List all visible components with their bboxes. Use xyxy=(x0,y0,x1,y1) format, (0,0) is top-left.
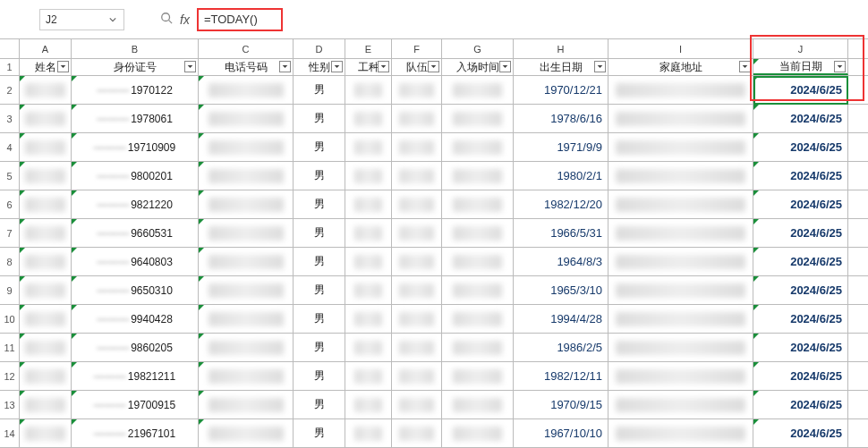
cell-name[interactable] xyxy=(20,76,72,104)
row-number[interactable]: 2 xyxy=(0,76,20,104)
row-number[interactable]: 4 xyxy=(0,133,20,161)
cell-worktype[interactable] xyxy=(345,391,392,418)
cell-gender[interactable]: 男 xyxy=(294,334,345,361)
cell-entrytime[interactable] xyxy=(442,334,514,361)
cell-phone[interactable] xyxy=(199,76,294,104)
filter-icon[interactable] xyxy=(499,61,511,72)
cell-address[interactable] xyxy=(608,248,753,275)
filter-icon[interactable] xyxy=(428,61,439,72)
cell-birthdate[interactable]: 1982/12/11 xyxy=(514,362,608,390)
cell-address[interactable] xyxy=(608,105,753,132)
cell-today[interactable]: 2024/6/25 xyxy=(753,391,848,418)
cell-team[interactable] xyxy=(392,162,442,190)
cell-birthdate[interactable]: 1994/4/28 xyxy=(514,305,608,333)
cell-address[interactable] xyxy=(608,362,753,390)
cell-team[interactable] xyxy=(392,334,442,361)
col-letter[interactable]: A xyxy=(20,39,72,58)
cell-idnum[interactable]: ———9660531 xyxy=(72,219,199,247)
cell-worktype[interactable] xyxy=(345,76,392,104)
cell-idnum[interactable]: ———9640803 xyxy=(72,248,199,275)
cell-phone[interactable] xyxy=(199,105,294,132)
header-cell-birthdate[interactable]: 出生日期 xyxy=(514,59,608,75)
cell-team[interactable] xyxy=(392,391,442,418)
cell-gender[interactable]: 男 xyxy=(294,162,345,190)
cell-phone[interactable] xyxy=(199,334,294,361)
cell-team[interactable] xyxy=(392,305,442,333)
cell-phone[interactable] xyxy=(199,419,294,447)
name-box[interactable]: J2 xyxy=(39,9,124,30)
filter-icon[interactable] xyxy=(594,61,606,72)
cell-idnum[interactable]: ———1978061 xyxy=(72,105,199,132)
cell-phone[interactable] xyxy=(199,276,294,304)
cell-team[interactable] xyxy=(392,133,442,161)
cell-phone[interactable] xyxy=(199,391,294,418)
col-letter[interactable]: H xyxy=(514,39,608,58)
cell-team[interactable] xyxy=(392,76,442,104)
row-number[interactable]: 8 xyxy=(0,248,20,275)
cell-team[interactable] xyxy=(392,276,442,304)
cell-address[interactable] xyxy=(608,76,753,104)
cell-birthdate[interactable]: 1970/9/15 xyxy=(514,391,608,418)
col-letter[interactable]: D xyxy=(294,39,345,58)
cell-gender[interactable]: 男 xyxy=(294,133,345,161)
cell-birthdate[interactable]: 1964/8/3 xyxy=(514,248,608,275)
cell-idnum[interactable]: ———19821211 xyxy=(72,362,199,390)
cell-gender[interactable]: 男 xyxy=(294,276,345,304)
cell-name[interactable] xyxy=(20,105,72,132)
cell-worktype[interactable] xyxy=(345,162,392,190)
cell-entrytime[interactable] xyxy=(442,105,514,132)
filter-icon[interactable] xyxy=(834,61,846,72)
cell-worktype[interactable] xyxy=(345,219,392,247)
row-number[interactable]: 9 xyxy=(0,276,20,304)
cell-phone[interactable] xyxy=(199,362,294,390)
filter-icon[interactable] xyxy=(331,61,343,72)
cell-worktype[interactable] xyxy=(345,305,392,333)
header-cell-today[interactable]: 当前日期 xyxy=(753,59,848,75)
cell-entrytime[interactable] xyxy=(442,362,514,390)
cell-entrytime[interactable] xyxy=(442,190,514,218)
col-letter[interactable]: I xyxy=(608,39,753,58)
cell-address[interactable] xyxy=(608,133,753,161)
cell-today[interactable]: 2024/6/25 xyxy=(753,105,848,132)
col-letter[interactable]: E xyxy=(345,39,392,58)
header-cell-team[interactable]: 队伍 xyxy=(392,59,442,75)
cell-address[interactable] xyxy=(608,334,753,361)
cell-birthdate[interactable]: 1980/2/1 xyxy=(514,162,608,190)
cell-birthdate[interactable]: 1986/2/5 xyxy=(514,334,608,361)
cell-name[interactable] xyxy=(20,248,72,275)
cell-team[interactable] xyxy=(392,219,442,247)
col-letter[interactable]: J xyxy=(753,39,848,58)
cell-gender[interactable]: 男 xyxy=(294,362,345,390)
cell-worktype[interactable] xyxy=(345,334,392,361)
header-cell-phone[interactable]: 电话号码 xyxy=(199,59,294,75)
cell-entrytime[interactable] xyxy=(442,219,514,247)
cell-today[interactable]: 2024/6/25 xyxy=(753,362,848,390)
cell-phone[interactable] xyxy=(199,162,294,190)
cell-birthdate[interactable]: 1971/9/9 xyxy=(514,133,608,161)
cell-address[interactable] xyxy=(608,305,753,333)
cell-entrytime[interactable] xyxy=(442,162,514,190)
cell-name[interactable] xyxy=(20,133,72,161)
row-number[interactable]: 13 xyxy=(0,391,20,418)
filter-icon[interactable] xyxy=(378,61,389,72)
cell-name[interactable] xyxy=(20,190,72,218)
cell-birthdate[interactable]: 1967/10/10 xyxy=(514,419,608,447)
col-letter[interactable]: C xyxy=(199,39,294,58)
cell-entrytime[interactable] xyxy=(442,248,514,275)
cell-idnum[interactable]: ———9800201 xyxy=(72,162,199,190)
cell-birthdate[interactable]: 1978/6/16 xyxy=(514,105,608,132)
header-cell-name[interactable]: 姓名 xyxy=(20,59,72,75)
cell-entrytime[interactable] xyxy=(442,276,514,304)
formula-input[interactable]: =TODAY() xyxy=(197,8,283,31)
cell-address[interactable] xyxy=(608,162,753,190)
row-number[interactable]: 14 xyxy=(0,419,20,447)
cell-address[interactable] xyxy=(608,190,753,218)
cell-phone[interactable] xyxy=(199,133,294,161)
cell-entrytime[interactable] xyxy=(442,76,514,104)
cell-idnum[interactable]: ———21967101 xyxy=(72,419,199,447)
cell-today[interactable]: 2024/6/25 xyxy=(753,190,848,218)
row-number[interactable]: 7 xyxy=(0,219,20,247)
spreadsheet-grid[interactable]: A B C D E F G H I J 1 姓名 身份证号 电话号码 性别 工种… xyxy=(0,38,868,448)
cell-name[interactable] xyxy=(20,219,72,247)
cell-gender[interactable]: 男 xyxy=(294,248,345,275)
